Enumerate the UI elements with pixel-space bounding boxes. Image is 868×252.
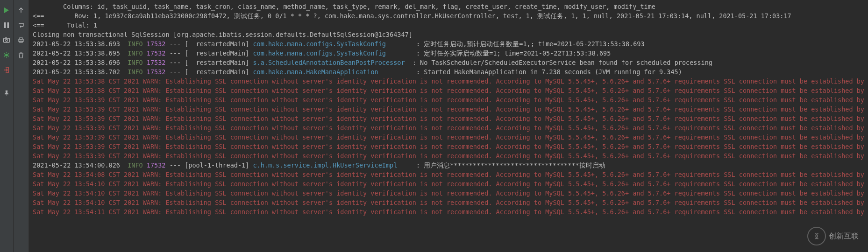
log-line: 2021-05-22 13:53:38.696 INFO 17532 --- [… bbox=[33, 58, 868, 67]
console-output[interactable]: Columns: id, task_uuid, task_name, task_… bbox=[29, 0, 868, 252]
svg-rect-4 bbox=[5, 37, 7, 38]
run-actions-bar bbox=[0, 0, 14, 252]
log-line: Closing non transactional SqlSession [or… bbox=[33, 30, 868, 39]
log-line: Sat May 22 13:53:39 CST 2021 WARN: Estab… bbox=[33, 114, 868, 123]
svg-point-3 bbox=[6, 39, 8, 42]
log-line: Sat May 22 13:53:38 CST 2021 WARN: Estab… bbox=[33, 77, 868, 86]
log-line: <== Total: 1 bbox=[33, 21, 868, 30]
watermark: 创新互联 bbox=[807, 227, 859, 245]
print-icon[interactable] bbox=[16, 35, 26, 45]
rerun-icon[interactable] bbox=[2, 6, 11, 15]
svg-rect-2 bbox=[4, 38, 10, 42]
scroll-up-icon[interactable] bbox=[16, 6, 26, 15]
pause-icon[interactable] bbox=[2, 21, 11, 30]
log-line: Sat May 22 13:54:11 CST 2021 WARN: Estab… bbox=[33, 207, 868, 217]
exit-icon[interactable] bbox=[2, 65, 11, 75]
log-line: Sat May 22 13:54:08 CST 2021 WARN: Estab… bbox=[33, 170, 868, 179]
svg-point-5 bbox=[5, 54, 8, 56]
svg-rect-1 bbox=[7, 22, 9, 28]
svg-rect-0 bbox=[4, 22, 6, 28]
soft-wrap-icon[interactable] bbox=[16, 21, 26, 30]
log-line: Sat May 22 13:53:38 CST 2021 WARN: Estab… bbox=[33, 86, 868, 95]
pin-icon[interactable] bbox=[2, 89, 11, 98]
log-line: 2021-05-22 13:54:00.026 INFO 17532 --- [… bbox=[33, 161, 868, 170]
debug-icon[interactable] bbox=[2, 50, 11, 60]
log-line: Sat May 22 13:53:39 CST 2021 WARN: Estab… bbox=[33, 142, 868, 151]
camera-icon[interactable] bbox=[2, 35, 11, 45]
log-line: <== Row: 1, 1e937c8ca9ab11eba323000c298f… bbox=[33, 11, 868, 21]
watermark-text: 创新互联 bbox=[829, 231, 859, 241]
log-line: 2021-05-22 13:53:38.695 INFO 17532 --- [… bbox=[33, 49, 868, 58]
log-line: Sat May 22 13:53:39 CST 2021 WARN: Estab… bbox=[33, 123, 868, 133]
log-line: Sat May 22 13:54:10 CST 2021 WARN: Estab… bbox=[33, 198, 868, 207]
log-line: Sat May 22 13:54:10 CST 2021 WARN: Estab… bbox=[33, 179, 868, 189]
clear-icon[interactable] bbox=[16, 50, 26, 60]
run-tool-window: Columns: id, task_uuid, task_name, task_… bbox=[0, 0, 868, 252]
log-line: 2021-05-22 13:53:38.702 INFO 17532 --- [… bbox=[33, 67, 868, 77]
log-line: Columns: id, task_uuid, task_name, task_… bbox=[33, 2, 868, 11]
log-line: Sat May 22 13:53:39 CST 2021 WARN: Estab… bbox=[33, 95, 868, 105]
log-line: Sat May 22 13:53:39 CST 2021 WARN: Estab… bbox=[33, 133, 868, 142]
watermark-logo-icon bbox=[807, 227, 826, 245]
log-line: Sat May 22 13:54:10 CST 2021 WARN: Estab… bbox=[33, 189, 868, 198]
log-line: Sat May 22 13:53:39 CST 2021 WARN: Estab… bbox=[33, 105, 868, 114]
log-line: Sat May 22 13:53:39 CST 2021 WARN: Estab… bbox=[33, 151, 868, 161]
log-line: 2021-05-22 13:53:38.693 INFO 17532 --- [… bbox=[33, 39, 868, 49]
console-gutter bbox=[14, 0, 29, 252]
svg-rect-7 bbox=[20, 38, 22, 39]
